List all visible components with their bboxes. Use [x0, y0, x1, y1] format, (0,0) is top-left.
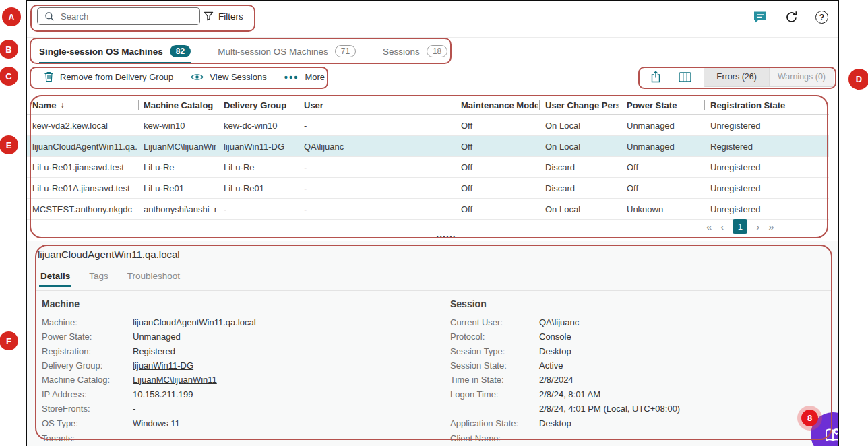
help-icon[interactable]: ?	[815, 11, 828, 24]
search-box[interactable]	[37, 7, 200, 25]
column-divider	[299, 100, 299, 110]
column-header-power-state[interactable]: Power State	[627, 96, 702, 114]
refresh-icon[interactable]	[784, 10, 799, 24]
view-sessions-button[interactable]: View Sessions	[191, 72, 266, 82]
cell-maintenance-mode: Off	[461, 178, 538, 198]
annotation-letter-f: F	[0, 331, 18, 350]
tab-label: Multi-session OS Machines	[218, 46, 328, 57]
column-header-user[interactable]: User	[304, 96, 454, 114]
tab-tags[interactable]: Tags	[89, 271, 108, 287]
notification-count-badge[interactable]: 8	[801, 410, 818, 426]
column-header-machine-catalog[interactable]: Machine Catalog	[144, 96, 216, 114]
detail-label: OS Type:	[42, 418, 78, 428]
errors-tab[interactable]: Errors (26)	[704, 68, 769, 86]
tab-multi-session-os-machines[interactable]: Multi-session OS Machines 71	[218, 38, 356, 64]
detail-label: Delivery Group:	[42, 360, 102, 371]
export-icon[interactable]	[650, 71, 661, 83]
detail-label: Session Type:	[450, 346, 505, 356]
detail-label: Client Name:	[450, 433, 501, 443]
column-divider	[621, 100, 621, 110]
detail-value: lijuanCloudAgentWin11.qa.local	[133, 317, 256, 327]
details-panel-title: lijuanCloudAgentWin11.qa.local	[38, 249, 180, 260]
detail-label: Current User:	[450, 317, 503, 327]
session-section-title: Session	[450, 298, 487, 309]
cell-delivery-group: -	[224, 199, 298, 219]
detail-label: Protocol:	[450, 331, 485, 342]
tab-count-badge: 18	[427, 45, 447, 57]
tab-details[interactable]: Details	[40, 271, 70, 287]
detail-value: QA\lijuanc	[539, 317, 579, 327]
annotation-letter-e: E	[0, 135, 18, 154]
search-input[interactable]	[61, 11, 175, 22]
machine-catalog-link[interactable]: LijuanMC\lijuanWin11	[133, 375, 217, 385]
table-row[interactable]: kew-vda2.kew.local kew-win10 kew-dc-win1…	[27, 115, 829, 136]
cell-power-state: Off	[627, 178, 702, 198]
last-page-button[interactable]: »	[768, 221, 774, 232]
tab-troubleshoot[interactable]: Troubleshoot	[127, 271, 180, 287]
table-row-selected[interactable]: lijuanCloudAgentWin11.qa.lo... LijuanMC\…	[27, 136, 829, 157]
cell-name: LiLu-Re01.jiansavd.test	[32, 157, 137, 177]
feedback-comment-icon[interactable]	[753, 11, 768, 24]
cell-maintenance-mode: Off	[461, 157, 538, 177]
column-header-maintenance-mode[interactable]: Maintenance Mode	[461, 96, 538, 114]
cell-user: QA\lijuanc	[304, 136, 454, 156]
cell-maintenance-mode: Off	[461, 199, 538, 219]
cell-name: lijuanCloudAgentWin11.qa.lo...	[32, 136, 137, 156]
cell-name: MCSTEST.anthony.nkgdc	[32, 199, 137, 219]
panel-resize-handle[interactable]: ......	[426, 229, 466, 240]
detail-label: Session State:	[450, 360, 507, 371]
detail-label: IP Address:	[42, 389, 86, 400]
annotation-letter-a: A	[2, 7, 21, 26]
detail-value: 10.158.211.199	[133, 389, 193, 400]
cell-user: -	[304, 199, 454, 219]
first-page-button[interactable]: «	[706, 221, 712, 232]
cell-machine-catalog: LiLu-Re	[144, 157, 216, 177]
tab-label: Single-session OS Machines	[39, 46, 163, 57]
filters-button[interactable]: Filters	[204, 7, 243, 26]
detail-label: Logon Time:	[450, 389, 499, 400]
cell-delivery-group: LiLu-Re01	[224, 178, 298, 198]
actions-toolbar: Remove from Delivery Group View Sessions…	[27, 64, 838, 90]
filters-label: Filters	[218, 11, 243, 22]
tab-sessions[interactable]: Sessions 18	[383, 38, 447, 64]
remove-from-delivery-group-button[interactable]: Remove from Delivery Group	[44, 71, 173, 82]
cell-name: LiLu-Re01A.jiansavd.test	[32, 178, 137, 198]
cell-user: -	[304, 178, 454, 198]
detail-value: Console	[539, 331, 571, 342]
machine-section-title: Machine	[42, 298, 80, 309]
cell-user-change: On Local	[545, 199, 619, 219]
more-button[interactable]: ••• More	[284, 71, 325, 83]
detail-value: 2/8/2024	[539, 375, 574, 385]
column-header-user-change-persistence[interactable]: User Change Persi...	[545, 96, 619, 114]
cell-power-state: Unmanaged	[627, 115, 702, 135]
table-row[interactable]: MCSTEST.anthony.nkgdc anthonyshi\anshi_m…	[27, 199, 829, 220]
delivery-group-link[interactable]: lijuanWin11-DG	[133, 360, 193, 371]
column-divider	[539, 100, 540, 110]
machine-type-tabbar: Single-session OS Machines 82 Multi-sess…	[27, 38, 838, 64]
sort-descending-icon[interactable]: ↓	[60, 100, 64, 110]
column-divider	[218, 100, 218, 110]
current-page-indicator[interactable]: 1	[733, 219, 747, 234]
detail-value: Unmanaged	[133, 331, 181, 342]
warnings-tab[interactable]: Warnings (0)	[769, 68, 834, 86]
column-header-registration-state[interactable]: Registration State	[710, 96, 826, 114]
cell-user-change: Discard	[545, 157, 619, 177]
next-page-button[interactable]: ›	[756, 221, 760, 232]
detail-value: Registered	[133, 346, 175, 356]
trash-icon	[44, 71, 54, 82]
cell-user-change: On Local	[545, 115, 619, 135]
column-header-delivery-group[interactable]: Delivery Group	[224, 96, 298, 114]
cell-user: -	[304, 115, 454, 135]
cell-power-state: Off	[627, 157, 702, 177]
details-tabbar: Details Tags Troubleshoot	[40, 271, 180, 287]
column-header-name[interactable]: Name↓	[32, 96, 137, 114]
previous-page-button[interactable]: ‹	[720, 221, 724, 232]
cell-maintenance-mode: Off	[461, 136, 538, 156]
table-row[interactable]: LiLu-Re01.jiansavd.test LiLu-Re LiLu-Re …	[27, 157, 829, 178]
annotation-letter-c: C	[0, 67, 18, 86]
tab-single-session-os-machines[interactable]: Single-session OS Machines 82	[39, 38, 191, 64]
detail-value: -	[133, 404, 135, 414]
table-row[interactable]: LiLu-Re01A.jiansavd.test LiLu-Re01 LiLu-…	[27, 178, 829, 199]
errors-warnings-toggle: Errors (26) Warnings (0)	[704, 67, 834, 87]
columns-icon[interactable]	[679, 72, 691, 82]
